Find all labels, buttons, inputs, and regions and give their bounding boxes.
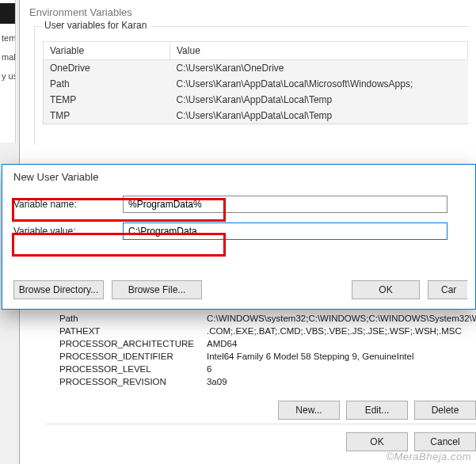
variable-name-label: Variable name: bbox=[13, 199, 123, 210]
background-window-edge: tem F make y usa bbox=[0, 0, 16, 143]
dialog-button-row: OK Cancel bbox=[346, 432, 476, 451]
table-row[interactable]: PROCESSOR_LEVEL6 bbox=[53, 363, 476, 375]
table-row[interactable]: PATHEXT.COM;.EXE;.BAT;.CMD;.VBS;.VBE;.JS… bbox=[53, 325, 476, 337]
variable-value-label: Variable value: bbox=[13, 226, 123, 237]
browse-directory-button[interactable]: Browse Directory... bbox=[13, 280, 104, 299]
ok-button[interactable]: OK bbox=[346, 432, 408, 451]
col-variable[interactable]: Variable bbox=[44, 42, 170, 60]
new-user-variable-dialog: New User Variable Variable name: Variabl… bbox=[2, 164, 476, 310]
cancel-button[interactable]: Cancel bbox=[414, 432, 476, 451]
browse-file-button[interactable]: Browse File... bbox=[112, 280, 202, 299]
table-row[interactable]: PathC:\WINDOWS\system32;C:\WINDOWS;C:\WI… bbox=[53, 312, 476, 325]
table-row[interactable]: PROCESSOR_REVISION3a09 bbox=[53, 375, 476, 388]
table-row[interactable]: PROCESSOR_ARCHITECTUREAMD64 bbox=[53, 337, 476, 350]
system-vars-button-row: New... Edit... Delete bbox=[278, 401, 476, 420]
watermark-text: ©MeraBheja.com bbox=[386, 451, 471, 462]
system-variables-list[interactable]: PathC:\WINDOWS\system32;C:\WINDOWS;C:\WI… bbox=[53, 312, 476, 399]
user-variables-group: User variables for Karan Variable Value … bbox=[34, 26, 468, 145]
table-row[interactable]: TMPC:\Users\Karan\AppData\Local\Temp bbox=[44, 108, 468, 124]
edit-button[interactable]: Edit... bbox=[346, 401, 408, 420]
table-row[interactable]: TEMPC:\Users\Karan\AppData\Local\Temp bbox=[44, 92, 468, 108]
nuv-title: New User Variable bbox=[2, 165, 475, 192]
variable-value-input[interactable] bbox=[123, 222, 447, 240]
table-row[interactable]: OneDriveC:\Users\Karan\OneDrive bbox=[44, 60, 468, 77]
nuv-cancel-button[interactable]: Car bbox=[428, 280, 467, 299]
delete-button[interactable]: Delete bbox=[414, 401, 476, 420]
col-value[interactable]: Value bbox=[170, 42, 468, 60]
user-variables-label: User variables for Karan bbox=[41, 20, 150, 31]
table-row[interactable]: PathC:\Users\Karan\AppData\Local\Microso… bbox=[44, 76, 468, 92]
new-button[interactable]: New... bbox=[278, 401, 340, 420]
variable-name-input[interactable] bbox=[123, 196, 447, 213]
nuv-ok-button[interactable]: OK bbox=[352, 280, 420, 299]
user-variables-table[interactable]: Variable Value OneDriveC:\Users\Karan\On… bbox=[43, 41, 468, 124]
table-row[interactable]: PROCESSOR_IDENTIFIERIntel64 Family 6 Mod… bbox=[53, 350, 476, 363]
